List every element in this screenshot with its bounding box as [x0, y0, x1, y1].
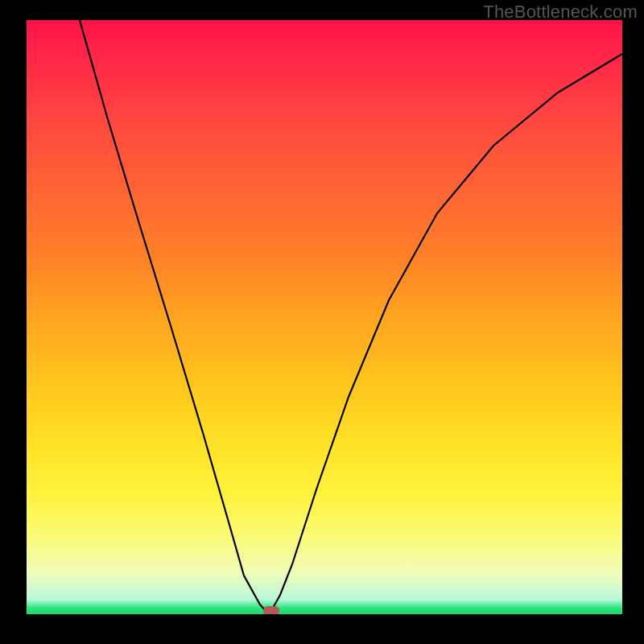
bottleneck-curve [27, 20, 622, 614]
plot-area [27, 20, 622, 614]
watermark-text: TheBottleneck.com [483, 2, 638, 23]
optimal-point-marker [263, 606, 279, 614]
curve-path [80, 20, 622, 612]
